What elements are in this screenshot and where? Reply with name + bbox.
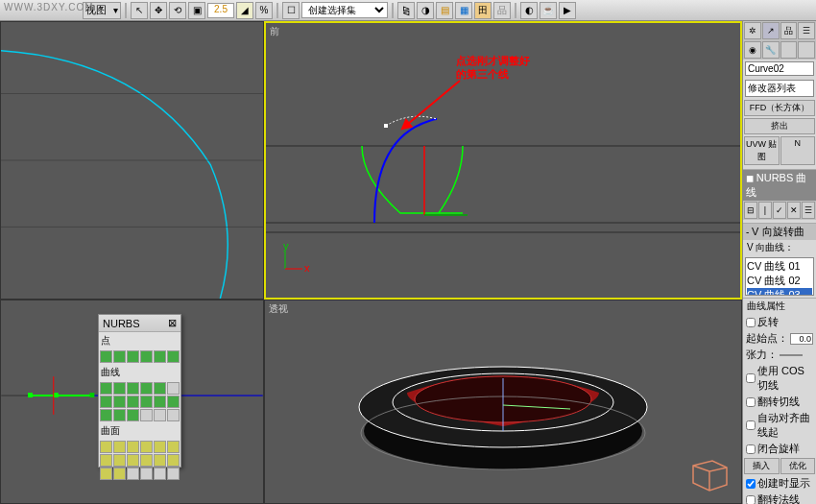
- surf-tool-icon[interactable]: [154, 441, 166, 453]
- surf-tool-icon[interactable]: [167, 454, 180, 467]
- make-unique-icon[interactable]: ✓: [773, 202, 786, 219]
- tension-spinner[interactable]: [780, 354, 803, 356]
- select-icon[interactable]: ↖: [131, 2, 148, 19]
- use-cos-checkbox[interactable]: [746, 373, 756, 383]
- pin-stack-icon[interactable]: ⊟: [744, 202, 757, 219]
- curve-tool-icon[interactable]: [154, 409, 166, 421]
- insert-button[interactable]: 插入: [744, 458, 780, 474]
- refine-button[interactable]: 优化: [780, 458, 816, 474]
- curve-tool-icon[interactable]: [100, 382, 112, 395]
- scale-icon[interactable]: ▣: [188, 2, 205, 19]
- display-tab-icon[interactable]: ☰: [798, 22, 815, 39]
- curve-tool-icon[interactable]: [100, 396, 112, 408]
- render-icon[interactable]: ▶: [559, 2, 576, 19]
- modifier-list-dropdown[interactable]: 修改器列表: [745, 80, 814, 97]
- tab-icon[interactable]: [798, 41, 815, 59]
- close-lathe-checkbox[interactable]: [746, 444, 756, 454]
- snap-icon[interactable]: ◢: [236, 2, 253, 19]
- curve-tool-icon[interactable]: [167, 396, 180, 408]
- create-tab-icon[interactable]: ✲: [744, 22, 761, 39]
- remove-mod-icon[interactable]: ✕: [787, 202, 801, 219]
- curve-tool-icon[interactable]: [140, 409, 153, 421]
- point-tool-icon[interactable]: [154, 350, 166, 363]
- list-item[interactable]: CV 曲线 01: [747, 259, 812, 274]
- nurbs-stack-item[interactable]: ◼ NURBS 曲线: [743, 170, 816, 201]
- flip-normals-checkbox[interactable]: [746, 495, 756, 505]
- point-tool-icon[interactable]: [167, 350, 180, 363]
- rotate-icon[interactable]: ⟲: [169, 2, 186, 19]
- list-item[interactable]: CV 曲线 02: [747, 274, 812, 288]
- surf-tool-icon[interactable]: [113, 454, 126, 467]
- ffd-button[interactable]: FFD（长方体）: [744, 100, 815, 116]
- render-setup-icon[interactable]: ☕: [540, 2, 557, 19]
- surf-tool-icon[interactable]: [140, 441, 153, 453]
- point-tool-icon[interactable]: [127, 350, 139, 363]
- list-item[interactable]: CV 曲线 03: [747, 288, 812, 296]
- viewport-front[interactable]: 前 y x 点选刚才调整好 的第三个线: [264, 21, 742, 300]
- curve-tool-icon[interactable]: [100, 409, 112, 421]
- curve-tool-icon[interactable]: [154, 382, 166, 395]
- close-icon[interactable]: ⊠: [168, 317, 177, 329]
- surf-tool-icon[interactable]: [140, 454, 153, 467]
- layers-icon[interactable]: ▦: [455, 2, 472, 19]
- uvw-button[interactable]: UVW 贴图: [744, 136, 780, 165]
- nurbs-small-button[interactable]: N: [780, 136, 816, 165]
- surf-tool-icon[interactable]: [167, 468, 180, 480]
- surf-tool-icon[interactable]: [113, 468, 126, 480]
- start-point-spinner[interactable]: 0.0: [790, 333, 813, 345]
- selection-set-dropdown[interactable]: 创建选择集: [301, 2, 388, 18]
- util-tab-icon[interactable]: 🔧: [762, 41, 780, 59]
- surf-tool-icon[interactable]: [167, 441, 180, 453]
- curve-tool-icon[interactable]: [127, 382, 139, 395]
- move-icon[interactable]: ✥: [150, 2, 167, 19]
- point-tool-icon[interactable]: [140, 350, 153, 363]
- surf-tool-icon[interactable]: [113, 441, 126, 453]
- schematic-icon[interactable]: 品: [493, 2, 511, 19]
- reverse-checkbox[interactable]: [746, 318, 756, 327]
- curve-tool-icon[interactable]: [113, 409, 126, 421]
- nurbs-titlebar[interactable]: NURBS ⊠: [99, 315, 180, 332]
- tab-icon[interactable]: [780, 41, 798, 59]
- show-end-icon[interactable]: |: [758, 202, 772, 219]
- spinner-value[interactable]: 2.5: [207, 3, 234, 18]
- surf-tool-icon[interactable]: [127, 454, 139, 467]
- curve-tool-icon[interactable]: [113, 382, 126, 395]
- mirror-icon[interactable]: ⧎: [397, 2, 415, 19]
- curve-editor-icon[interactable]: 田: [474, 2, 492, 19]
- tool-icon-1[interactable]: ◑: [417, 2, 434, 19]
- align-icon[interactable]: ▤: [436, 2, 453, 19]
- surf-tool-icon[interactable]: [100, 454, 112, 467]
- point-tool-icon[interactable]: [113, 350, 126, 363]
- auto-align-checkbox[interactable]: [746, 420, 756, 430]
- surf-tool-icon[interactable]: [127, 441, 139, 453]
- surf-tool-icon[interactable]: [154, 468, 166, 480]
- curve-tool-icon[interactable]: [154, 396, 166, 408]
- curve-tool-icon[interactable]: [167, 382, 180, 395]
- curve-tool-icon[interactable]: [113, 396, 126, 408]
- surf-tool-icon[interactable]: [154, 454, 166, 467]
- surf-tool-icon[interactable]: [127, 468, 139, 480]
- motion-tab-icon[interactable]: ◉: [744, 41, 761, 59]
- surf-tool-icon[interactable]: [100, 441, 112, 453]
- point-tool-icon[interactable]: [100, 350, 112, 363]
- configure-icon[interactable]: ☰: [802, 202, 815, 219]
- curve-tool-icon[interactable]: [127, 409, 139, 421]
- realtime-checkbox[interactable]: [746, 479, 756, 489]
- object-name-field[interactable]: Curve02: [745, 61, 814, 76]
- material-editor-icon[interactable]: ◐: [520, 2, 538, 19]
- surf-tool-icon[interactable]: [100, 468, 112, 480]
- viewport-top-left[interactable]: [0, 21, 264, 300]
- curve-tool-icon[interactable]: [127, 396, 139, 408]
- flip-tan-checkbox[interactable]: [746, 397, 756, 407]
- percent-icon[interactable]: %: [255, 2, 273, 19]
- curve-tool-icon[interactable]: [140, 382, 153, 395]
- lathe-rollout-header[interactable]: - V 向旋转曲: [743, 224, 816, 240]
- hierarchy-tab-icon[interactable]: 品: [780, 22, 798, 39]
- nurbs-toolbox[interactable]: NURBS ⊠ 点 曲线 曲面: [98, 314, 181, 468]
- surf-tool-icon[interactable]: [140, 468, 153, 480]
- curve-list[interactable]: CV 曲线 01 CV 曲线 02 CV 曲线 03 ------ 结束 ---…: [745, 257, 814, 296]
- modify-tab-icon[interactable]: ↗: [762, 22, 780, 39]
- curve-tool-icon[interactable]: [140, 396, 153, 408]
- viewport-perspective[interactable]: 透视: [264, 300, 742, 504]
- select-by-name-icon[interactable]: ☐: [282, 2, 300, 19]
